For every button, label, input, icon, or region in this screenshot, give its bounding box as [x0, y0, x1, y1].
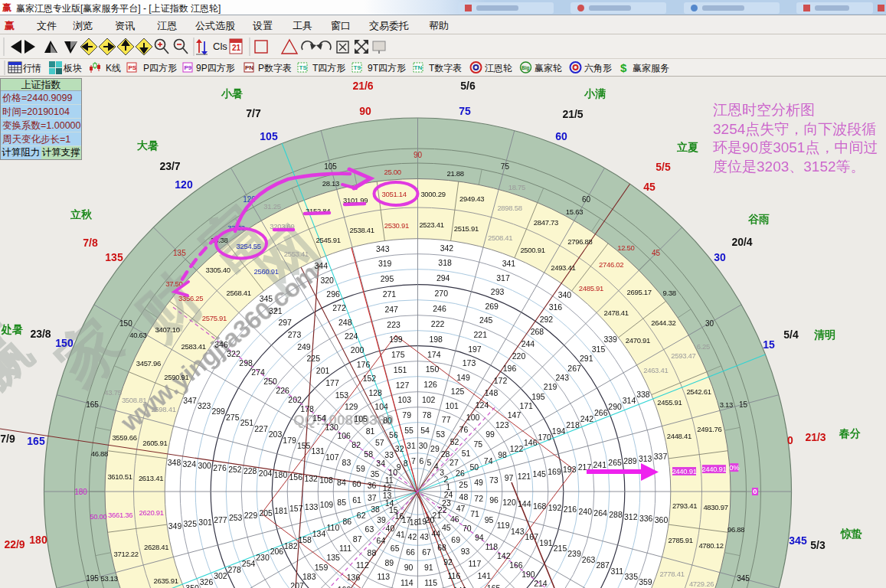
svg-text:165: 165	[86, 400, 99, 409]
svg-text:190: 190	[521, 570, 535, 579]
svg-text:152: 152	[363, 374, 377, 383]
svg-text:120: 120	[502, 498, 516, 507]
svg-text:42: 42	[408, 532, 417, 541]
svg-text:172: 172	[494, 376, 508, 385]
svg-text:72: 72	[474, 494, 483, 503]
svg-text:108: 108	[319, 475, 333, 485]
svg-text:3000.29: 3000.29	[420, 190, 445, 198]
svg-text:处暑: 处暑	[1, 323, 23, 335]
svg-text:75: 75	[501, 162, 510, 171]
svg-text:178: 178	[300, 404, 314, 413]
svg-text:174: 174	[427, 350, 441, 359]
svg-text:81: 81	[366, 426, 375, 436]
svg-text:124: 124	[476, 400, 489, 410]
svg-text:2553.41: 2553.41	[284, 250, 309, 258]
svg-text:91: 91	[424, 563, 433, 572]
svg-text:202: 202	[288, 395, 302, 404]
svg-text:298: 298	[239, 358, 253, 368]
svg-text:2785.91: 2785.91	[669, 536, 693, 544]
svg-text:273: 273	[288, 330, 302, 339]
svg-text:Cls: Cls	[213, 41, 227, 52]
svg-text:244: 244	[521, 339, 535, 348]
svg-text:314: 314	[623, 396, 636, 405]
svg-text:299: 299	[211, 407, 225, 416]
svg-text:2793.41: 2793.41	[672, 501, 697, 510]
svg-text:2598.41: 2598.41	[151, 405, 175, 413]
svg-text:58: 58	[364, 449, 373, 459]
svg-text:89: 89	[384, 558, 394, 567]
svg-text:265: 265	[608, 458, 622, 467]
svg-text:241: 241	[593, 460, 607, 469]
svg-text:69: 69	[451, 535, 460, 544]
svg-text:3559.66: 3559.66	[112, 433, 136, 442]
svg-text:3407.10: 3407.10	[155, 325, 180, 334]
svg-text:243: 243	[556, 373, 570, 382]
svg-text:115: 115	[424, 578, 437, 587]
svg-text:350: 350	[185, 583, 199, 588]
svg-text:251: 251	[240, 418, 254, 427]
svg-text:75: 75	[473, 439, 482, 449]
svg-text:337: 337	[654, 452, 668, 461]
svg-text:151: 151	[394, 365, 407, 374]
svg-text:60: 60	[582, 195, 591, 204]
svg-text:132: 132	[304, 474, 318, 483]
svg-text:118: 118	[485, 542, 498, 551]
svg-text:360: 360	[655, 515, 669, 524]
svg-text:46: 46	[450, 514, 459, 524]
svg-text:36: 36	[368, 481, 377, 490]
svg-text:29: 29	[430, 444, 440, 453]
svg-text:240: 240	[579, 507, 593, 516]
svg-text:205: 205	[259, 508, 273, 518]
svg-text:168: 168	[533, 501, 547, 511]
svg-text:18.75: 18.75	[508, 183, 525, 191]
svg-text:125: 125	[451, 387, 465, 396]
svg-text:25.00: 25.00	[384, 168, 401, 176]
svg-text:27: 27	[450, 458, 459, 467]
svg-text:165: 165	[487, 583, 501, 588]
svg-text:263: 263	[582, 555, 596, 564]
svg-text:3457.96: 3457.96	[136, 359, 161, 368]
svg-text:345: 345	[260, 294, 273, 303]
svg-text:21.88: 21.88	[447, 169, 464, 178]
svg-text:3.13: 3.13	[720, 400, 733, 409]
svg-text:6: 6	[419, 456, 423, 466]
svg-text:2538.41: 2538.41	[349, 226, 374, 234]
svg-text:20/4: 20/4	[731, 236, 752, 248]
svg-text:85: 85	[337, 498, 346, 507]
svg-text:2491.76: 2491.76	[697, 425, 721, 433]
svg-text:146: 146	[524, 438, 538, 447]
svg-text:江恩时空分析图: 江恩时空分析图	[713, 102, 815, 118]
svg-text:204: 204	[259, 469, 273, 478]
svg-text:289: 289	[623, 456, 637, 466]
svg-text:82: 82	[351, 440, 361, 449]
svg-text:50: 50	[469, 462, 479, 472]
svg-text:317: 317	[496, 273, 510, 283]
svg-text:201: 201	[316, 366, 330, 375]
svg-text:2605.91: 2605.91	[142, 439, 167, 447]
svg-text:53.13: 53.13	[101, 574, 118, 583]
svg-text:302: 302	[214, 571, 227, 580]
svg-text:2628.41: 2628.41	[144, 543, 168, 551]
svg-text:135: 135	[105, 251, 123, 263]
svg-text:221: 221	[474, 330, 488, 339]
svg-text:2796.88: 2796.88	[567, 237, 592, 246]
svg-text:51: 51	[462, 449, 471, 458]
svg-text:318: 318	[438, 258, 452, 267]
svg-text:2560.91: 2560.91	[253, 267, 278, 276]
svg-text:3305.40: 3305.40	[205, 266, 230, 274]
svg-text:105: 105	[324, 162, 337, 171]
svg-text:5/5: 5/5	[656, 161, 671, 173]
svg-text:224: 224	[345, 332, 358, 341]
svg-text:227: 227	[254, 424, 268, 433]
svg-text:24: 24	[444, 490, 453, 499]
svg-text:200: 200	[351, 345, 365, 354]
svg-text:106: 106	[337, 431, 351, 440]
svg-text:126: 126	[423, 380, 437, 389]
svg-text:225: 225	[307, 354, 321, 363]
svg-text:2613.41: 2613.41	[139, 474, 163, 482]
svg-text:5/6: 5/6	[460, 80, 476, 92]
svg-text:177: 177	[325, 378, 339, 387]
svg-text:341: 341	[502, 259, 516, 268]
svg-text:70: 70	[463, 524, 472, 533]
svg-text:294: 294	[436, 273, 450, 283]
